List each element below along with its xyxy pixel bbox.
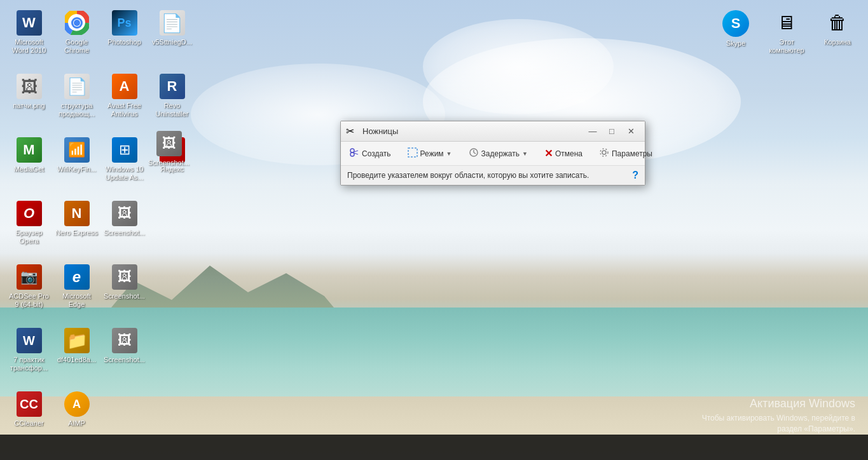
- skype-icon: S: [722, 10, 749, 37]
- icon-win10[interactable]: ⊞ Windows 10Update As...: [100, 132, 148, 196]
- icon-opera[interactable]: O БраузерOpera: [5, 196, 53, 259]
- cancel-icon: ✕: [544, 147, 553, 159]
- icon-opera-label: БраузерOpera: [16, 229, 43, 245]
- icon-avast-label: Avast FreeAntivirus: [107, 102, 141, 118]
- icon-photoshop[interactable]: Ps Photoshop: [100, 5, 148, 69]
- create-icon: [349, 147, 359, 159]
- chrome-icon: [64, 10, 90, 36]
- create-label: Создать: [362, 149, 391, 158]
- delay-icon: [469, 147, 479, 159]
- icon-word2-label: 7 практиктрансфор...: [10, 356, 48, 372]
- mode-label: Режим: [420, 149, 444, 158]
- icon-df-label: df401ed8a...: [57, 356, 96, 364]
- icon-avast[interactable]: A Avast FreeAntivirus: [100, 69, 148, 132]
- icon-skype[interactable]: S Skype: [710, 5, 761, 57]
- icon-acdsee[interactable]: 📷 ACDSee Pro9 (64-bit): [5, 259, 53, 323]
- cancel-label: Отмена: [555, 149, 582, 158]
- icon-df[interactable]: 📁 df401ed8a...: [53, 323, 100, 386]
- minimize-button[interactable]: —: [584, 125, 602, 139]
- icon-screenshot2[interactable]: 🖼 Screenshot...: [100, 196, 148, 259]
- cloud-2: [423, 19, 614, 114]
- screenshot3-icon: 🖼: [112, 264, 137, 290]
- icon-edge-label: MicrosoftEdge: [62, 292, 91, 309]
- acdsee-icon: 📷: [17, 264, 42, 290]
- icon-screenshot3-label: Screenshot...: [104, 292, 145, 301]
- icon-chrome[interactable]: GoogleChrome: [53, 5, 100, 69]
- icon-patches[interactable]: 🖼 патчи.png: [5, 69, 53, 132]
- window-toolbar: Создать Режим ▼ Задержать ▼: [341, 142, 645, 166]
- delay-label: Задержать: [481, 149, 520, 158]
- desktop-icons-left: W MicrosoftWord 2010 GoogleChrome Ps: [0, 0, 203, 460]
- activation-text: Чтобы активировать Windows, перейдите в …: [677, 413, 855, 435]
- icon-ps-label: Photoshop: [107, 38, 141, 46]
- icon-wifi-label: WifiKeyFin...: [57, 165, 97, 173]
- icon-word[interactable]: W MicrosoftWord 2010: [5, 5, 53, 69]
- taskbar[interactable]: [0, 435, 868, 460]
- activation-notice: Активация Windows Чтобы активировать Win…: [677, 397, 855, 435]
- window-titlebar[interactable]: ✂ Ножницы — □ ✕: [341, 121, 645, 142]
- delay-button[interactable]: Задержать ▼: [463, 145, 534, 163]
- icon-wifi[interactable]: 📶 WifiKeyFin...: [53, 132, 100, 196]
- close-button[interactable]: ✕: [622, 125, 640, 139]
- icon-struct-label: структурапродающ...: [59, 102, 95, 118]
- svg-line-7: [352, 152, 358, 154]
- mode-dropdown-icon: ▼: [446, 151, 452, 157]
- icon-grid: W MicrosoftWord 2010 GoogleChrome Ps: [0, 0, 203, 455]
- icon-win10-label: Windows 10Update As...: [106, 165, 144, 182]
- screenshot4-icon: 🖼: [112, 328, 137, 353]
- icon-v5s[interactable]: 📄 v5SttniegD...: [148, 5, 196, 69]
- svg-rect-8: [408, 148, 417, 157]
- icon-revo-label: RevoUninstaller: [156, 102, 189, 118]
- icon-word-label: MicrosoftWord 2010: [12, 38, 46, 55]
- svg-line-6: [352, 151, 358, 152]
- icon-trash-label: Корзина: [824, 38, 851, 46]
- cancel-button[interactable]: ✕ Отмена: [539, 145, 588, 163]
- icon-mediaget-label: MediaGet: [14, 165, 45, 173]
- params-button[interactable]: Параметры: [593, 145, 658, 163]
- icon-screenshot1-label: Screenshot...: [148, 159, 189, 167]
- icon-nero[interactable]: N Nero Express: [53, 196, 100, 259]
- ccleaner-icon: CC: [17, 391, 42, 417]
- icon-this-computer[interactable]: 🖥 Этоткомпьютер: [761, 5, 812, 57]
- activation-title: Активация Windows: [677, 397, 855, 410]
- icon-screenshot3[interactable]: 🖼 Screenshot...: [100, 259, 148, 323]
- revo-icon: R: [160, 74, 185, 99]
- icon-skype-label: Skype: [726, 39, 746, 48]
- params-label: Параметры: [612, 149, 652, 158]
- computer-icon: 🖥: [774, 10, 799, 36]
- icon-struct[interactable]: 📄 структурапродающ...: [53, 69, 100, 132]
- svg-point-3: [74, 20, 80, 26]
- icon-screenshot1[interactable]: 🖼 Screenshot...: [145, 126, 193, 170]
- edge-icon: e: [64, 264, 90, 290]
- help-icon[interactable]: ?: [632, 170, 638, 181]
- struct-icon: 📄: [64, 74, 90, 99]
- icon-trash[interactable]: 🗑 Корзина: [812, 5, 863, 57]
- icon-mediaget[interactable]: M MediaGet: [5, 132, 53, 196]
- delay-dropdown-icon: ▼: [522, 151, 528, 157]
- icon-word2[interactable]: W 7 практиктрансфор...: [5, 323, 53, 386]
- word-icon: W: [17, 10, 42, 36]
- icon-revo[interactable]: R RevoUninstaller: [148, 69, 196, 132]
- screenshot1-icon: 🖼: [156, 131, 182, 156]
- icon-screenshot4-label: Screenshot...: [104, 356, 145, 364]
- window-controls: — □ ✕: [584, 125, 640, 139]
- icon-edge[interactable]: e MicrosoftEdge: [53, 259, 100, 323]
- snipping-tool-window: ✂ Ножницы — □ ✕ Создать: [340, 121, 645, 186]
- maximize-button[interactable]: □: [603, 125, 621, 139]
- icon-ccleaner-label: CCleaner: [14, 419, 43, 428]
- mode-button[interactable]: Режим ▼: [402, 145, 458, 163]
- aimp-icon: A: [64, 391, 90, 417]
- ps-icon: Ps: [112, 10, 137, 36]
- svg-line-11: [474, 152, 476, 154]
- screenshot2-icon: 🖼: [112, 201, 137, 226]
- svg-point-12: [602, 151, 606, 154]
- mediaget-icon: M: [17, 137, 42, 163]
- desktop-icons-right: S Skype 🖥 Этоткомпьютер 🗑 Корзина: [710, 5, 863, 57]
- icon-nero-label: Nero Express: [55, 229, 98, 237]
- v5s-icon: 📄: [160, 10, 185, 36]
- icon-screenshot2-label: Screenshot...: [104, 229, 145, 237]
- icon-screenshot4[interactable]: 🖼 Screenshot...: [100, 323, 148, 386]
- create-button[interactable]: Создать: [343, 145, 397, 163]
- nero-icon: N: [64, 201, 90, 226]
- trash-icon: 🗑: [825, 10, 850, 36]
